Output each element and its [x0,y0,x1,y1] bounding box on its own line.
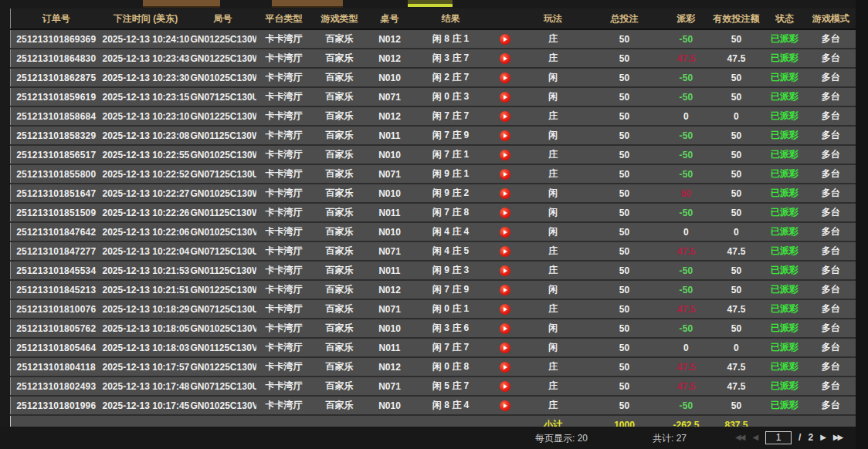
next-page-icon[interactable]: ▶ [820,430,826,445]
table-row: 2512131018596192025-12-13 10:23:15GN0712… [11,87,856,106]
cell-video [490,68,520,87]
cell-order_no: 251213101859619 [11,87,102,106]
cell-play: 闲 [520,222,586,241]
play-video-icon[interactable] [500,343,510,353]
cell-bet_time: 2025-12-13 10:23:43 [102,49,190,68]
cell-table_no: N012 [368,357,412,376]
cell-round_no: GN01225C130WQ [190,280,256,299]
prev-page-icon[interactable]: ◀ [752,430,758,445]
table-row: 2512131018100762025-12-13 10:18:29GN0712… [11,299,856,319]
table-row: 2512131018472772025-12-13 10:22:04GN0712… [11,241,856,261]
cell-video [490,280,520,299]
cell-status: 已派彩 [764,338,806,357]
active-tab-underline[interactable] [408,0,453,7]
cell-total_bet: 50 [586,126,663,145]
cell-round_no: GN01025C130W2 [190,68,256,87]
page-number-input[interactable] [765,431,792,444]
cell-result: 闲 4 庄 4 [412,222,490,241]
cell-bet_time: 2025-12-13 10:22:06 [102,222,190,241]
cell-platform: 卡卡湾厅 [256,319,312,338]
cell-table_no: N011 [368,261,412,280]
cell-table_no: N012 [368,280,412,299]
cell-game_mode: 多台 [806,222,856,241]
play-video-icon[interactable] [500,265,510,276]
cell-result: 闲 7 庄 9 [412,126,490,145]
play-video-icon[interactable] [500,130,510,141]
cell-platform: 卡卡湾厅 [256,29,312,49]
total-pages-label: 2 [808,432,813,443]
play-video-icon[interactable] [500,381,510,392]
cell-round_no: GN07125C130UK [190,164,256,184]
play-video-icon[interactable] [500,34,510,45]
cell-platform: 卡卡湾厅 [256,357,312,376]
play-video-icon[interactable] [500,150,510,160]
play-video-icon[interactable] [500,73,510,83]
cell-video [490,299,520,319]
cell-order_no: 251213101864830 [11,49,102,68]
cell-play: 闲 [520,203,586,222]
cell-payout: -50 [663,126,710,145]
cell-game_type: 百家乐 [312,106,368,126]
cell-round_no: GN07125C130UL [190,87,256,106]
cell-game_mode: 多台 [806,126,856,145]
partial-button-2[interactable] [272,0,343,8]
cell-game_type: 百家乐 [312,261,368,280]
column-header-10: 派彩 [663,8,710,29]
cell-status: 已派彩 [764,164,806,184]
play-video-icon[interactable] [500,92,510,103]
cell-video [490,357,520,376]
cell-status: 已派彩 [764,68,806,87]
play-video-icon[interactable] [500,323,510,334]
cell-video [490,319,520,338]
right-background-strip [856,0,868,449]
cell-game_mode: 多台 [806,203,856,222]
cell-video [490,87,520,106]
partial-button-1[interactable] [143,0,220,8]
play-video-icon[interactable] [500,53,510,64]
cell-bet_time: 2025-12-13 10:22:55 [102,145,190,164]
cell-video [490,241,520,261]
cell-status: 已派彩 [764,376,806,396]
cell-round_no: GN01225C130WT [190,106,256,126]
play-video-icon[interactable] [500,246,510,257]
play-video-icon[interactable] [500,208,510,218]
play-video-icon[interactable] [500,285,510,295]
cell-game_type: 百家乐 [312,222,368,241]
cell-total_bet: 50 [586,203,663,222]
cell-game_mode: 多台 [806,299,856,319]
last-page-icon[interactable]: ▶▶ [833,430,843,445]
cell-result: 闲 5 庄 7 [412,376,490,396]
play-video-icon[interactable] [500,400,510,411]
play-video-icon[interactable] [500,227,510,238]
cell-result: 闲 7 庄 7 [412,106,490,126]
cell-valid_bet: 50 [710,203,764,222]
play-video-icon[interactable] [500,304,510,315]
cell-platform: 卡卡湾厅 [256,222,312,241]
cell-bet_time: 2025-12-13 10:22:04 [102,241,190,261]
play-video-icon[interactable] [500,111,510,122]
first-page-icon[interactable]: ◀◀ [735,430,745,445]
cell-payout: 47.5 [663,357,710,376]
play-video-icon[interactable] [500,188,510,199]
cell-payout: 47.5 [663,299,710,319]
cell-total_bet: 50 [586,319,663,338]
cell-result: 闲 7 庄 7 [412,338,490,357]
cell-game_mode: 多台 [806,261,856,280]
cell-valid_bet: 50 [710,87,764,106]
cell-status: 已派彩 [764,280,806,299]
cell-valid_bet: 50 [710,261,764,280]
cell-game_type: 百家乐 [312,396,368,415]
cell-status: 已派彩 [764,145,806,164]
cell-result: 闲 7 庄 9 [412,280,490,299]
cell-payout: -50 [663,319,710,338]
cell-status: 已派彩 [764,49,806,68]
cell-play: 闲 [520,184,586,203]
play-video-icon[interactable] [500,362,510,373]
cell-game_type: 百家乐 [312,126,368,145]
column-header-12: 状态 [764,8,806,29]
cell-table_no: N012 [368,106,412,126]
column-header-13: 游戏模式 [806,8,856,29]
play-video-icon[interactable] [500,169,510,180]
cell-total_bet: 50 [586,338,663,357]
table-row: 2512131018583292025-12-13 10:23:08GN0112… [11,126,856,145]
